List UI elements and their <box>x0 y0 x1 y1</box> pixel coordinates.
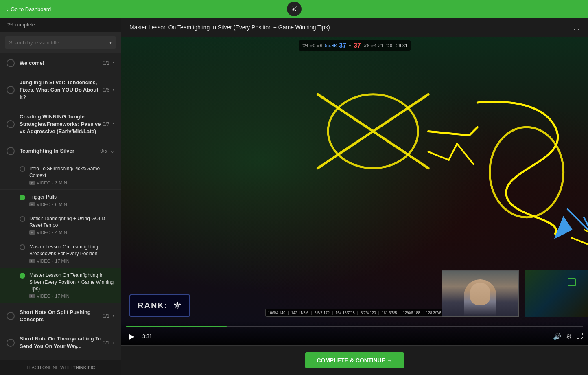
section-circle-splitpush <box>7 312 15 320</box>
lesson-info-l1: Intro To Skirmishing/Picks/Game Context … <box>29 165 114 185</box>
section-title-strategies: Creating WINNING Jungle Strategies/Frame… <box>20 113 103 136</box>
section-count-welcome: 0/1 <box>103 60 109 66</box>
section-title-jungling: Jungling In Silver: Tendencies, Fixes, W… <box>20 79 103 101</box>
lesson-duration-l2: 6 MIN <box>55 202 67 207</box>
section-chevron-jungling: › <box>113 87 114 93</box>
lesson-circle-l1 <box>20 166 25 172</box>
lesson-type-l2: VIDEO <box>37 202 50 207</box>
search-input[interactable] <box>9 39 109 46</box>
play-button[interactable]: ▶ <box>126 331 138 342</box>
lesson-circle-l2 <box>20 195 25 200</box>
lesson-item-l3[interactable]: Deficit Teamfighting + Using GOLD Reset … <box>0 211 121 240</box>
section-title-splitpush: Short Note On Split Pushing Concepts <box>20 309 103 323</box>
section-circle-jungling <box>7 86 15 94</box>
lesson-item-l4[interactable]: Master Lesson On Teamfighting Breakdowns… <box>0 239 121 268</box>
section-chevron-welcome: › <box>113 60 114 66</box>
progress-label: 0% complete <box>0 18 121 32</box>
minimap-overlay <box>525 270 588 317</box>
section-chevron-splitpush: › <box>113 313 114 319</box>
back-label: Go to Dashboard <box>11 6 51 12</box>
lesson-meta-l3: VIDEO · 4 MIN <box>29 230 114 235</box>
lesson-type-l1: VIDEO <box>37 180 50 185</box>
lesson-meta-l5: VIDEO · 17 MIN <box>29 294 114 298</box>
lesson-info-l2: Trigger Pulls VIDEO · 6 MIN <box>29 194 114 207</box>
footer-brand: THINKIFIC <box>73 365 95 370</box>
video-title: Master Lesson On Teamfighting In Silver … <box>129 24 330 31</box>
chevron-left-icon: ‹ <box>7 6 8 12</box>
section-count-jungling: 0/6 <box>103 87 109 93</box>
sidebar: 0% complete ▾ Welcome! 0/1 › Jungling In… <box>0 18 121 375</box>
video-icon-l4 <box>29 259 35 263</box>
video-icon-l5 <box>29 294 35 298</box>
complete-continue-button[interactable]: COMPLETE & CONTINUE → <box>305 352 404 368</box>
scoreboard: 10/9/4 140| 142 11/8/6| 6/5/7 172| 164 1… <box>265 309 444 317</box>
section-title-welcome: Welcome! <box>20 59 103 67</box>
section-count-splitpush: 0/1 <box>103 313 109 319</box>
footer-prefix: TEACH ONLINE WITH <box>26 365 73 370</box>
main-content: 0% complete ▾ Welcome! 0/1 › Jungling In… <box>0 18 588 375</box>
lesson-item-l1[interactable]: Intro To Skirmishing/Picks/Game Context … <box>0 161 121 190</box>
section-circle-strategies <box>7 120 15 128</box>
time-display: 3:31 <box>142 333 152 339</box>
lesson-info-l5: Master Lesson On Teamfighting In Silver … <box>29 272 114 298</box>
video-title-bar: Master Lesson On Teamfighting In Silver … <box>121 18 588 37</box>
game-hud: 🛡4 ☆0 ⚔6 56.8k 37 ▾ 37 ⚔6 ☆4 ⚔1 🛡0 29:31 <box>299 40 411 51</box>
section-title-teamfighting: Teamfighting In Silver <box>20 147 100 155</box>
section-circle-welcome <box>7 59 15 67</box>
section-chevron-theorycrafting: › <box>113 340 114 346</box>
lesson-title-l5: Master Lesson On Teamfighting In Silver … <box>29 272 114 292</box>
lesson-info-l3: Deficit Teamfighting + Using GOLD Reset … <box>29 215 114 235</box>
section-strategies[interactable]: Creating WINNING Jungle Strategies/Frame… <box>0 107 121 142</box>
section-count-strategies: 0/7 <box>103 121 109 127</box>
fullscreen-control-icon[interactable]: ⛶ <box>577 333 583 340</box>
controls-right: 🔊 ⚙ ⛶ <box>553 333 583 340</box>
lesson-duration-l5: 17 MIN <box>55 294 69 298</box>
search-chevron-icon: ▾ <box>109 40 112 46</box>
lesson-title-l2: Trigger Pulls <box>29 194 114 201</box>
progress-bar[interactable] <box>126 326 583 327</box>
section-teamfighting[interactable]: Teamfighting In Silver 0/5 ⌄ <box>0 141 121 161</box>
lesson-meta-l2: VIDEO · 6 MIN <box>29 202 114 207</box>
search-inner: ▾ <box>5 36 116 49</box>
logo-icon: ⚔ <box>291 4 297 13</box>
lesson-duration-l4: 17 MIN <box>55 259 69 263</box>
volume-icon[interactable]: 🔊 <box>553 333 561 340</box>
lesson-item-l5[interactable]: Master Lesson On Teamfighting In Silver … <box>0 268 121 303</box>
video-icon-l1 <box>29 181 35 185</box>
sidebar-footer: TEACH ONLINE WITH THINKIFIC <box>0 360 121 375</box>
top-nav: ‹ Go to Dashboard ⚔ <box>0 0 588 18</box>
back-to-dashboard-button[interactable]: ‹ Go to Dashboard <box>7 6 51 12</box>
hud-score-b: 37 <box>354 42 361 49</box>
section-theorycrafting[interactable]: Short Note On Theorycrafting To Send You… <box>0 329 121 356</box>
rank-label: RANK: <box>138 301 168 310</box>
logo: ⚔ <box>287 2 302 16</box>
section-circle-theorycrafting <box>7 339 15 347</box>
lesson-duration-l3: 4 MIN <box>55 230 67 235</box>
section-splitpush[interactable]: Short Note On Split Pushing Concepts 0/1… <box>0 303 121 329</box>
lesson-duration-l1: 3 MIN <box>55 180 67 185</box>
section-welcome[interactable]: Welcome! 0/1 › <box>0 53 121 73</box>
rank-overlay: RANK: ⚜ <box>129 294 190 317</box>
hud-score-a: 37 <box>339 42 346 49</box>
video-controls: ▶ 3:31 🔊 ⚙ ⛶ <box>121 321 588 345</box>
video-icon-l2 <box>29 202 35 206</box>
complete-bar: COMPLETE & CONTINUE → <box>121 345 588 375</box>
lesson-meta-l4: VIDEO · 17 MIN <box>29 259 114 263</box>
fullscreen-icon[interactable]: ⛶ <box>573 24 580 31</box>
lesson-circle-l5 <box>20 273 25 279</box>
lesson-circle-l4 <box>20 244 25 250</box>
progress-fill <box>126 326 227 327</box>
rank-icon: ⚜ <box>173 299 182 312</box>
section-jungling[interactable]: Jungling In Silver: Tendencies, Fixes, W… <box>0 73 121 107</box>
lesson-title-l3: Deficit Teamfighting + Using GOLD Reset … <box>29 215 114 229</box>
hud-timer: 29:31 <box>396 43 408 48</box>
section-circle-teamfighting <box>7 147 15 155</box>
section-count-teamfighting: 0/5 <box>100 148 107 154</box>
settings-icon[interactable]: ⚙ <box>566 333 572 340</box>
lesson-info-l4: Master Lesson On Teamfighting Breakdowns… <box>29 243 114 263</box>
section-chevron-teamfighting: ⌄ <box>110 148 114 154</box>
webcam-overlay <box>442 270 519 317</box>
video-player[interactable]: 🛡4 ☆0 ⚔6 56.8k 37 ▾ 37 ⚔6 ☆4 ⚔1 🛡0 29:31 <box>121 37 588 345</box>
video-area: Master Lesson On Teamfighting In Silver … <box>121 18 588 375</box>
lesson-item-l2[interactable]: Trigger Pulls VIDEO · 6 MIN <box>0 190 121 211</box>
